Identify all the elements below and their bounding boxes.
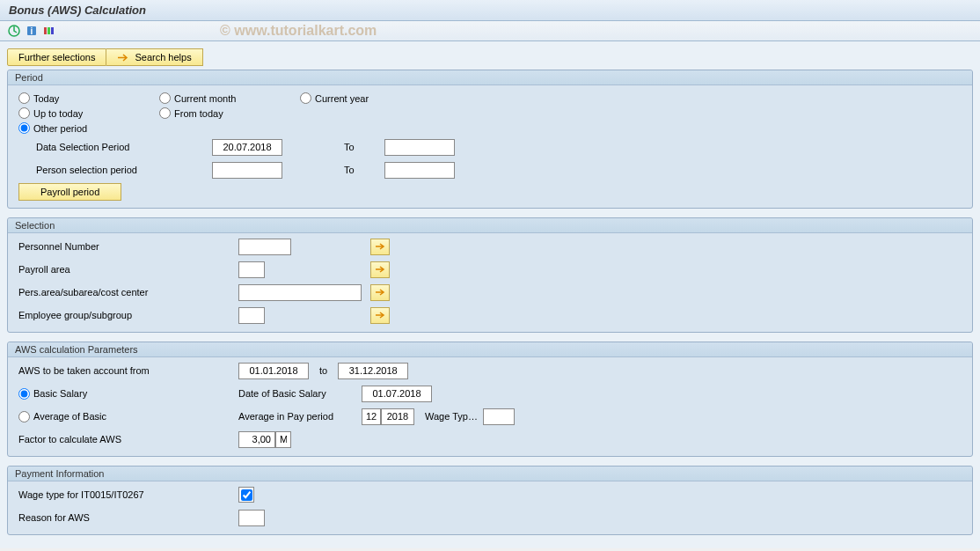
other-period-label[interactable]: Other period <box>33 123 87 134</box>
further-selections-button[interactable]: Further selections <box>7 48 106 66</box>
search-helps-label: Search helps <box>135 52 191 62</box>
to-label-1: To <box>344 142 370 152</box>
person-selection-from-input[interactable] <box>212 162 282 179</box>
personnel-number-input[interactable] <box>238 239 291 255</box>
average-pay-label: Average in Pay period <box>238 411 362 422</box>
payroll-period-button[interactable]: Payroll period <box>18 183 121 201</box>
average-basic-label[interactable]: Average of Basic <box>33 411 106 422</box>
current-month-radio[interactable] <box>159 92 171 104</box>
aws-header: AWS calculation Parameters <box>8 342 972 357</box>
today-label[interactable]: Today <box>33 93 59 104</box>
arrow-right-icon <box>117 53 129 62</box>
pers-area-multi-button[interactable] <box>370 284 390 301</box>
employee-group-input[interactable] <box>238 307 265 324</box>
svg-rect-3 <box>44 27 47 34</box>
wage-typ-label: Wage Typ… <box>425 411 478 422</box>
aws-to-label: to <box>319 365 327 376</box>
employee-group-multi-button[interactable] <box>370 307 390 324</box>
current-year-radio[interactable] <box>300 92 311 104</box>
toolbar: i © www.tutorialkart.com <box>0 21 980 41</box>
data-selection-label: Data Selection Period <box>18 142 212 152</box>
person-selection-label: Person selection period <box>18 165 212 175</box>
svg-rect-4 <box>48 27 50 34</box>
personnel-number-multi-button[interactable] <box>370 239 390 255</box>
aws-account-label: AWS to be taken account from <box>18 365 238 376</box>
watermark: © www.tutorialkart.com <box>220 23 377 39</box>
search-helps-button[interactable]: Search helps <box>106 48 202 66</box>
up-to-today-label[interactable]: Up to today <box>33 108 83 119</box>
payroll-period-label: Payroll period <box>40 187 99 197</box>
period-section: Period Today Current month Current year … <box>7 70 973 209</box>
aws-section: AWS calculation Parameters AWS to be tak… <box>7 342 973 457</box>
content-area: Further selections Search helps Period T… <box>0 41 980 548</box>
factor-unit-input[interactable] <box>275 431 291 448</box>
from-today-radio[interactable] <box>159 107 171 119</box>
current-year-label[interactable]: Current year <box>315 93 369 104</box>
factor-input[interactable] <box>238 431 275 448</box>
avg-month-input[interactable] <box>362 408 381 425</box>
execute-icon[interactable] <box>7 24 21 38</box>
variant-icon[interactable] <box>42 24 56 38</box>
date-basic-input[interactable] <box>362 386 432 402</box>
period-header: Period <box>8 70 972 85</box>
reason-aws-label: Reason for AWS <box>18 512 238 523</box>
further-selections-label: Further selections <box>18 52 95 62</box>
selection-section: Selection Personnel Number Payroll area … <box>7 217 973 333</box>
average-basic-radio[interactable] <box>18 411 30 422</box>
up-to-today-radio[interactable] <box>18 107 30 119</box>
wage-typ-input[interactable] <box>483 408 515 425</box>
page-title: Bonus (AWS) Calculation <box>9 4 146 17</box>
basic-salary-radio[interactable] <box>18 388 30 400</box>
current-month-label[interactable]: Current month <box>174 93 236 104</box>
pers-area-input[interactable] <box>238 284 362 301</box>
payroll-area-multi-button[interactable] <box>370 261 390 278</box>
info-icon[interactable]: i <box>25 24 39 38</box>
avg-year-input[interactable] <box>381 408 414 425</box>
payroll-area-label: Payroll area <box>18 264 238 275</box>
aws-from-input[interactable] <box>238 363 309 379</box>
aws-to-input[interactable] <box>338 363 408 379</box>
svg-text:i: i <box>31 26 33 36</box>
selection-header: Selection <box>8 218 972 233</box>
to-label-2: To <box>344 165 370 175</box>
data-selection-from-input[interactable] <box>212 139 282 156</box>
data-selection-to-input[interactable] <box>384 139 455 156</box>
basic-salary-label[interactable]: Basic Salary <box>33 388 87 399</box>
date-basic-label: Date of Basic Salary <box>238 388 362 399</box>
person-selection-to-input[interactable] <box>384 162 455 179</box>
today-radio[interactable] <box>18 92 30 104</box>
reason-aws-input[interactable] <box>238 510 265 526</box>
wage-type-it-checkbox[interactable] <box>241 489 252 501</box>
from-today-label[interactable]: From today <box>174 108 223 119</box>
app-header: Bonus (AWS) Calculation <box>0 0 980 21</box>
svg-rect-5 <box>51 27 54 34</box>
payment-header: Payment Information <box>8 467 972 481</box>
wage-type-it-label: Wage type for IT0015/IT0267 <box>18 489 238 500</box>
employee-group-label: Employee group/subgroup <box>18 310 238 320</box>
action-buttons: Further selections Search helps <box>7 48 973 66</box>
other-period-radio[interactable] <box>18 122 30 134</box>
factor-label: Factor to calculate AWS <box>18 434 238 444</box>
payroll-area-input[interactable] <box>238 261 265 278</box>
pers-area-label: Pers.area/subarea/cost center <box>18 287 238 298</box>
payment-section: Payment Information Wage type for IT0015… <box>7 466 973 535</box>
personnel-number-label: Personnel Number <box>18 241 238 252</box>
